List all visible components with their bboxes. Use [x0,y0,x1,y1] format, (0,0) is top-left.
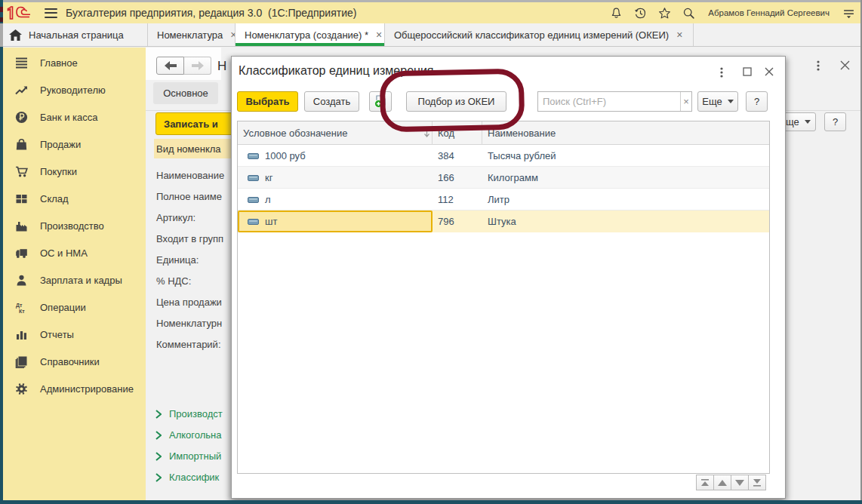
cell-code[interactable]: 796 [438,211,482,232]
top-bar: Бухгалтерия предприятия, редакция 3.0 (1… [0,2,862,23]
cell-symbol[interactable]: 1000 руб [265,145,423,167]
1c-logo [7,5,32,21]
sidebar-item-os-i-nma[interactable]: ОС и НМА [3,241,146,264]
cell-name[interactable]: Килограмм [488,167,767,189]
table-row[interactable]: л112Литр [238,189,769,211]
select-button[interactable]: Выбрать [237,91,298,112]
caret-down-icon [805,120,811,124]
sidebar-item-bank-i-kassa[interactable]: Банк и касса [3,106,146,128]
tab-nomenklatura-create[interactable]: Номенклатура (создание) * × [236,23,385,46]
column-divider [482,121,482,145]
truck-icon [15,247,28,260]
kind-field[interactable]: Вид номенкла [154,139,240,158]
bag-icon [15,138,28,151]
dialog-toolbar: Выбрать Создать Подбор из ОКЕИ × Еще ? [232,91,787,112]
svg-text:Кт: Кт [19,308,25,313]
sidebar-item-label: ОС и НМА [40,247,88,259]
sidebar-item-prodazhi[interactable]: Продажи [3,133,146,155]
sidebar-item-spravochniki[interactable]: Справочники [3,350,146,373]
tab-osnovnoe[interactable]: Основное [153,82,218,104]
tab-close-icon[interactable]: × [676,29,682,40]
sidebar-item-proizvodstvo[interactable]: Производство [3,214,146,237]
sidebar-item-otchety[interactable]: Отчеты [3,323,146,346]
scroll-top-button[interactable] [696,475,714,490]
sidebar-item-rukovoditelyu[interactable]: Руководителю [3,78,146,101]
group-link-0[interactable]: Производст [155,408,223,419]
sidebar-item-operacii[interactable]: ДтКтОперации [3,296,146,318]
tab-home[interactable]: Начальная страница [0,23,148,46]
form-help-button[interactable]: ? [824,112,846,131]
cell-name[interactable]: Тысяча рублей [488,145,767,167]
history-icon[interactable] [634,7,647,20]
group-link-3[interactable]: Классифик [155,472,219,483]
group-link-2[interactable]: Импортный [155,450,221,462]
cell-code[interactable]: 384 [438,145,482,167]
form-label: % НДС: [156,275,191,287]
app-title: Бухгалтерия предприятия, редакция 3.0 (1… [66,7,356,19]
form-label: Комментарий: [156,339,221,350]
cell-code[interactable]: 112 [438,189,482,211]
form-menu-icon[interactable] [817,60,820,71]
dialog-menu-icon[interactable] [720,67,723,78]
cell-name[interactable]: Штука [488,211,767,232]
form-close-icon[interactable] [840,60,850,70]
service-menu-icon[interactable] [842,7,855,20]
search-icon[interactable] [682,7,695,20]
tab-okei[interactable]: Общероссийский классификатор единиц изме… [385,23,694,46]
group-link-1[interactable]: Алкогольна [155,429,222,441]
sidebar-item-administrirovanie[interactable]: Администрирование [3,377,146,400]
dialog-help-button[interactable]: ? [746,91,768,112]
table-row[interactable]: кг166Килограмм [238,167,769,189]
tab-nomenklatura[interactable]: Номенклатура × [148,23,236,46]
tab-label: Номенклатура (создание) * [245,29,368,41]
person-icon [15,274,28,287]
trend-icon [15,84,28,97]
user-name[interactable]: Абрамов Геннадий Сергеевич [708,8,830,17]
pick-from-okei-button[interactable]: Подбор из ОКЕИ [406,91,506,112]
sidebar-item-glavnoe[interactable]: Главное [3,51,146,74]
main-menu-icon[interactable] [45,8,57,18]
sidebar-item-label: Справочники [40,356,100,367]
clear-search-icon[interactable]: × [680,92,691,111]
back-button[interactable] [156,57,184,75]
sidebar-item-sklad[interactable]: Склад [3,187,146,210]
cell-name[interactable]: Литр [488,189,767,211]
chevron-right-icon [155,452,162,461]
form-label: Номенклатурн [156,318,222,329]
tab-close-icon[interactable]: × [376,29,382,40]
scroll-up-button[interactable] [713,475,731,490]
cell-symbol[interactable]: шт [265,211,423,232]
cell-symbol[interactable]: кг [265,167,423,189]
dialog-more-button[interactable]: Еще [697,91,738,112]
create-button[interactable]: Создать [304,91,359,112]
units-classifier-dialog: Классификатор единиц измерения Выбрать С… [231,56,786,499]
dialog-close-icon[interactable] [765,67,774,76]
cell-code[interactable]: 166 [438,167,482,189]
factory-icon [15,220,28,232]
sidebar-item-pokupki[interactable]: Покупки [3,160,146,183]
scroll-down-button[interactable] [731,475,749,490]
column-header-name[interactable]: Наименование [482,121,769,145]
tab-close-icon[interactable]: × [230,29,236,40]
sidebar-item-label: Операции [40,302,86,313]
form-label: Артикул: [156,212,195,223]
sidebar-item-label: Производство [40,220,104,232]
table-row[interactable]: шт796Штука [238,211,769,232]
column-header-code[interactable]: Код [433,121,482,145]
bell-icon[interactable] [610,7,623,20]
dialog-maximize-icon[interactable] [743,67,752,76]
forward-button[interactable] [184,57,211,75]
menu-icon [15,57,28,69]
star-icon[interactable] [658,7,671,20]
sidebar-item-zarplata-i-kadry[interactable]: Зарплата и кадры [3,269,146,291]
cell-symbol[interactable]: л [265,189,423,211]
search-input[interactable] [538,92,680,111]
scroll-bottom-button[interactable] [748,475,766,490]
home-icon [9,29,22,41]
table-header[interactable]: Условное обозначениеКодНаименование [238,121,769,145]
unit-item-icon [248,197,259,203]
table-row[interactable]: 1000 руб384Тысяча рублей [238,145,769,167]
column-header-symbol[interactable]: Условное обозначение [238,121,423,145]
create-group-button[interactable] [369,91,392,112]
history-nav [156,57,211,75]
